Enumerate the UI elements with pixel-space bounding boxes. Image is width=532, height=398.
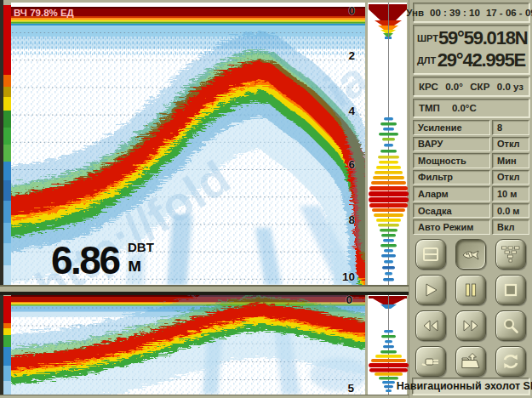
status-text: Навигационный эхолот SNS	[397, 380, 532, 392]
svg-text:5: 5	[347, 382, 354, 395]
setting-label: Осадка	[413, 203, 490, 219]
open-folder-button[interactable]	[455, 346, 486, 377]
speed-value: 0.0 уз	[497, 82, 523, 92]
panel-divider	[0, 285, 409, 295]
stop-button[interactable]	[495, 275, 526, 305]
setting-value: 0.0 м	[492, 203, 529, 219]
button-grid	[415, 239, 528, 377]
setting-label: Аларм	[413, 186, 490, 202]
folder-export-icon	[460, 352, 481, 371]
svg-text:10: 10	[342, 270, 355, 283]
color-scale-bar-lower	[3, 296, 11, 395]
split-screen-button[interactable]	[415, 239, 446, 270]
funnel-icon	[501, 245, 521, 264]
datetime-box: Унв 00 : 39 : 10 17 - 06 - 09	[413, 3, 529, 22]
play-button[interactable]	[415, 275, 446, 305]
svg-text:6: 6	[348, 158, 355, 171]
position-box: ШРТ 59°59.018N ДЛТ 29°42.995E	[413, 25, 529, 74]
pause-button[interactable]	[455, 275, 486, 305]
status-bar: Навигационный эхолот SNS	[412, 378, 529, 395]
settings-row-alarm: Аларм 10 м	[413, 186, 529, 202]
svg-text:0: 0	[348, 4, 355, 17]
svg-text:0: 0	[346, 293, 352, 306]
channel-info-text: ВЧ 79.8% ЕД	[14, 8, 74, 18]
settings-row-draft: Осадка 0.0 м	[413, 203, 529, 219]
settings-row-filter: Фильтр Откл	[413, 170, 529, 185]
color-scale-bar-upper	[3, 5, 11, 286]
control-panel: Унв 00 : 39 : 10 17 - 06 - 09 ШРТ 59°59.…	[409, 0, 532, 398]
course-speed-box: КРС 0.0° СКР 0.0 уз	[413, 77, 529, 96]
setting-value: Вкл	[492, 219, 529, 235]
svg-text:8: 8	[348, 213, 355, 226]
speed-label: СКР	[470, 82, 489, 92]
time-value: 00 : 39 : 10	[430, 8, 480, 18]
play-icon	[421, 281, 440, 299]
shoal-filter-button[interactable]	[495, 239, 526, 270]
temperature-label: ТМП	[419, 103, 440, 113]
fast-forward-button[interactable]	[455, 310, 486, 341]
setting-value: 10 м	[492, 186, 529, 202]
pause-icon	[461, 281, 480, 299]
setting-label: Мощность	[413, 153, 490, 168]
date-value: 17 - 06 - 09	[486, 8, 532, 18]
connection-button[interactable]	[415, 346, 446, 377]
setting-label: Фильтр	[413, 170, 490, 185]
temperature-box: ТМП 0.0°C	[413, 99, 529, 117]
setting-value: Откл	[492, 170, 529, 185]
latitude-label: ШРТ	[417, 33, 438, 43]
setting-value: 8	[492, 120, 529, 135]
latitude-value: 59°59.018N	[438, 27, 527, 49]
longitude-row: ДЛТ 29°42.995E	[417, 49, 525, 71]
sonar-display: http://fold ia 0 2 4 6 8 10 ВЧ 79.8% ЕД …	[0, 0, 409, 398]
setting-value: Откл	[492, 137, 529, 152]
svg-text:2: 2	[348, 49, 355, 62]
svg-text:6.86: 6.86	[51, 238, 119, 282]
magnifier-icon	[501, 316, 520, 335]
settings-row-power: Мощность Мин	[413, 153, 529, 168]
temperature-value: 0.0°C	[452, 103, 477, 113]
settings-row-tvg: ВАРУ Откл	[413, 137, 529, 152]
plug-icon	[420, 352, 441, 371]
svg-text:4: 4	[348, 105, 355, 117]
rewind-icon	[420, 316, 441, 335]
fish-mode-button[interactable]	[455, 239, 486, 270]
setting-label: ВАРУ	[413, 137, 490, 152]
fish-icon	[460, 245, 481, 264]
stop-icon	[501, 281, 520, 299]
zoom-button[interactable]	[495, 310, 526, 341]
settings-table: Усиление 8 ВАРУ Откл Мощность Мин Фильтр…	[413, 120, 529, 235]
latitude-row: ШРТ 59°59.018N	[417, 27, 525, 49]
longitude-value: 29°42.995E	[438, 49, 525, 71]
svg-text:DBT: DBT	[128, 240, 154, 254]
sync-button[interactable]	[495, 346, 526, 377]
split-screen-icon	[421, 245, 440, 264]
setting-label: Усиление	[413, 120, 490, 135]
fast-forward-icon	[460, 316, 481, 335]
settings-row-auto: Авто Режим Вкл	[413, 219, 529, 235]
course-label: КРС	[419, 82, 438, 92]
settings-row-gain: Усиление 8	[413, 120, 529, 135]
echo-sounder-screen: http://fold ia 0 2 4 6 8 10 ВЧ 79.8% ЕД …	[0, 0, 532, 398]
course-value: 0.0°	[445, 82, 463, 92]
rewind-button[interactable]	[415, 310, 446, 341]
sync-icon	[501, 352, 521, 371]
setting-label: Авто Режим	[413, 219, 490, 235]
time-label: Унв	[406, 8, 424, 18]
longitude-label: ДЛТ	[417, 55, 436, 65]
svg-text:м: м	[128, 254, 141, 276]
setting-value: Мин	[492, 153, 529, 168]
